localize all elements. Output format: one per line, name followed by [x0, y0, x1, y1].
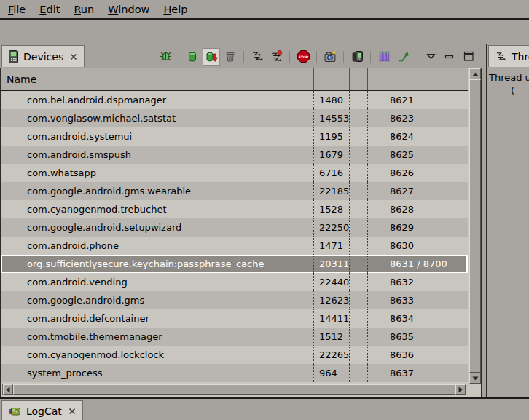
toolbar-separator: [243, 51, 244, 63]
column-header-name[interactable]: Name: [1, 68, 313, 90]
menu-file[interactable]: File: [8, 4, 26, 15]
empty-cell: [367, 273, 385, 291]
process-pid: 1679: [313, 146, 349, 164]
empty-cell: [367, 291, 385, 309]
minimize-button[interactable]: [441, 48, 458, 66]
table-row[interactable]: com.bel.android.dspmanager 1480 8621: [1, 91, 468, 109]
empty-cell: [349, 182, 367, 200]
table-row[interactable]: com.vonglasow.michael.satstat 14553 8623: [1, 109, 468, 127]
process-port: 8623: [385, 109, 468, 127]
view-controls: [421, 48, 478, 66]
toolbar-separator: [179, 51, 179, 63]
table-row[interactable]: com.whatsapp 6716 8626: [1, 164, 468, 182]
table-row[interactable]: org.sufficientlysecure.keychain:passphra…: [1, 255, 468, 273]
update-heap-button[interactable]: [184, 48, 201, 66]
vertical-scrollbar[interactable]: [469, 68, 481, 384]
process-port: 8635: [385, 328, 468, 346]
process-name: com.android.systemui: [1, 127, 313, 146]
opengl-trace-arrow-icon: [397, 50, 410, 63]
process-port: 8629: [385, 218, 468, 237]
menu-window[interactable]: Window: [108, 4, 149, 15]
process-name: org.sufficientlysecure.keychain:passphra…: [1, 255, 313, 273]
table-row[interactable]: com.google.android.setupwizard 22250 862…: [1, 218, 468, 237]
debug-attach-button[interactable]: [157, 48, 174, 66]
process-name: com.google.android.gms: [1, 291, 313, 309]
toolbar-separator: [343, 51, 344, 63]
empty-toolbar-strip: [0, 20, 529, 44]
tab-logcat[interactable]: LogCat: [1, 400, 83, 420]
reset-adb-button[interactable]: [348, 48, 366, 66]
menu-help[interactable]: Help: [163, 4, 187, 15]
table-row[interactable]: system_process 964 8637: [1, 364, 468, 382]
horizontal-scrollbar[interactable]: [2, 384, 466, 395]
toolbar-separator: [316, 51, 317, 63]
vertical-scroll-thumb[interactable]: [469, 79, 481, 373]
process-pid: 20311: [313, 255, 349, 273]
empty-cell: [349, 255, 367, 273]
menu-edit[interactable]: Edit: [39, 4, 60, 15]
process-name: system_process: [1, 364, 313, 382]
table-row[interactable]: com.google.android.gms.wearable 22185 86…: [1, 182, 468, 200]
threads-view: Threads Thread up (: [486, 44, 529, 397]
empty-cell: [349, 127, 367, 146]
empty-cell: [349, 218, 367, 237]
empty-cell: [367, 255, 385, 273]
start-method-profiling-button[interactable]: [267, 48, 285, 66]
gc-trash-icon: [224, 51, 236, 63]
process-name: com.google.android.setupwizard: [1, 218, 313, 237]
view-menu-button[interactable]: [422, 48, 439, 66]
maximize-button[interactable]: [460, 48, 477, 66]
menu-bar: File Edit Run Window Help: [0, 0, 529, 20]
start-opengl-trace-button[interactable]: [394, 48, 412, 66]
stop-process-button[interactable]: STOP: [294, 48, 312, 66]
process-pid: 22250: [313, 218, 349, 237]
column-header-port[interactable]: [385, 68, 468, 90]
table-row[interactable]: com.cyanogenmod.trebuchet 1528 8628: [1, 200, 468, 218]
process-name: com.android.defcontainer: [1, 309, 313, 328]
column-header-empty1[interactable]: [349, 68, 367, 90]
update-threads-button[interactable]: [248, 48, 266, 66]
process-pid: 6716: [313, 164, 349, 182]
empty-cell: [367, 91, 385, 109]
close-icon[interactable]: [70, 53, 77, 60]
capture-tracks-button[interactable]: [375, 48, 393, 66]
logcat-icon: [9, 405, 21, 417]
thread-status-message-line1: Thread up: [489, 72, 529, 83]
table-row[interactable]: com.tmobile.thememanager 1512 8635: [1, 328, 468, 346]
table-row[interactable]: com.android.defcontainer 14411 8634: [1, 309, 468, 328]
table-row[interactable]: com.android.phone 1471 8630: [1, 237, 468, 255]
process-pid: 1471: [313, 237, 349, 255]
table-header: Name: [1, 68, 468, 91]
table-row[interactable]: com.google.android.gms 12623 8633: [1, 291, 468, 309]
process-pid: 1528: [313, 200, 349, 218]
table-row[interactable]: com.android.smspush 1679 8625: [1, 146, 468, 164]
empty-cell: [367, 237, 385, 255]
process-pid: 14553: [313, 109, 349, 127]
empty-cell: [367, 127, 385, 146]
empty-cell: [349, 328, 367, 346]
screen-capture-button[interactable]: [321, 48, 339, 66]
scroll-right-button[interactable]: [455, 384, 466, 395]
scroll-down-button[interactable]: [469, 373, 481, 384]
process-name: com.cyanogenmod.trebuchet: [1, 200, 313, 218]
tab-threads-label: Threads: [512, 51, 529, 63]
table-row[interactable]: com.cyanogenmod.lockclock 22265 8636: [1, 346, 468, 364]
menu-run[interactable]: Run: [74, 4, 94, 15]
horizontal-scroll-thumb[interactable]: [13, 384, 455, 395]
process-port: 8627: [385, 182, 468, 200]
tab-devices[interactable]: Devices: [1, 45, 85, 67]
threads-icon: [495, 51, 506, 62]
tab-threads[interactable]: Threads: [488, 45, 529, 67]
column-header-pid[interactable]: [313, 68, 349, 90]
process-name: com.bel.android.dspmanager: [1, 91, 313, 109]
close-icon[interactable]: [68, 408, 76, 415]
process-port: 8624: [385, 127, 468, 146]
dump-hprof-button[interactable]: [203, 48, 220, 66]
process-pid: 22265: [313, 346, 349, 364]
scroll-left-button[interactable]: [3, 384, 13, 395]
column-header-empty2[interactable]: [367, 68, 385, 90]
table-row[interactable]: com.android.vending 22440 8632: [1, 273, 468, 291]
scroll-up-button[interactable]: [469, 68, 481, 79]
table-row[interactable]: com.android.systemui 1195 8624: [1, 127, 468, 146]
cause-gc-button[interactable]: [222, 48, 239, 66]
